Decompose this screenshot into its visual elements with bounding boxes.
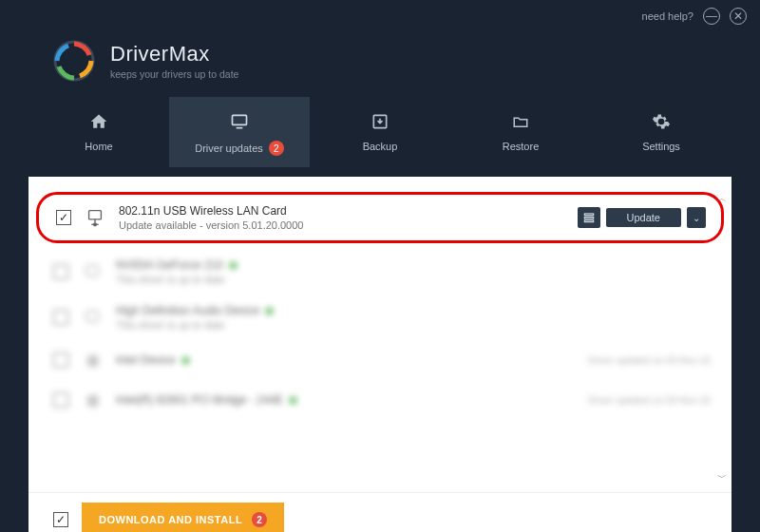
driver-name: High Definition Audio Device <box>116 304 259 317</box>
button-label: DOWNLOAD AND INSTALL <box>99 514 242 525</box>
nav-tabs: Home Driver updates 2 Backup Restore Set… <box>0 97 760 167</box>
app-title: DriverMax <box>110 42 238 66</box>
checkbox[interactable] <box>53 392 68 408</box>
monitor-icon <box>228 110 251 133</box>
svg-rect-8 <box>584 214 593 216</box>
tab-home[interactable]: Home <box>28 97 169 167</box>
tab-label: Settings <box>642 141 680 152</box>
update-dropdown[interactable]: ⌄ <box>687 207 706 228</box>
driver-name: 802.11n USB Wireless LAN Card <box>119 204 564 218</box>
checkbox[interactable] <box>56 210 71 225</box>
updates-badge: 2 <box>269 141 284 156</box>
folder-icon <box>509 110 532 133</box>
tab-settings[interactable]: Settings <box>591 97 732 167</box>
network-card-icon <box>85 207 105 228</box>
tab-restore[interactable]: Restore <box>450 97 591 167</box>
checkbox[interactable] <box>53 352 68 368</box>
status-dot-ok <box>289 396 297 405</box>
driver-row-featured: 802.11n USB Wireless LAN Card Update ava… <box>36 192 724 243</box>
gear-icon <box>650 110 673 133</box>
driver-status: This driver is up to date <box>116 274 711 285</box>
download-install-button[interactable]: DOWNLOAD AND INSTALL 2 <box>82 503 284 532</box>
svg-rect-9 <box>584 217 593 218</box>
driver-name: Intel(R) 82801 PCI Bridge - 244E <box>116 393 283 407</box>
title-bar: need help? — ✕ <box>0 0 760 32</box>
app-tagline: keeps your drivers up to date <box>110 68 238 80</box>
windows-icon: ⊞ <box>82 390 103 410</box>
select-all-checkbox[interactable] <box>53 512 68 527</box>
backup-icon <box>369 110 391 133</box>
svg-point-7 <box>94 223 97 226</box>
tab-label: Home <box>85 141 112 152</box>
footer-bar: DOWNLOAD AND INSTALL 2 <box>28 492 732 532</box>
svg-rect-4 <box>89 211 102 219</box>
app-logo <box>51 38 97 84</box>
driver-name: NVIDIA GeForce 210 <box>116 258 223 272</box>
status-dot-ok <box>181 356 190 365</box>
driver-date: Driver updated on 03-Nov-16 <box>588 395 711 406</box>
status-dot-ok <box>265 307 274 315</box>
tab-driver-updates[interactable]: Driver updates 2 <box>169 97 310 167</box>
driver-status: Update available - version 5.01.20.0000 <box>119 219 564 231</box>
minimize-button[interactable]: — <box>703 8 720 25</box>
svg-rect-10 <box>584 220 593 222</box>
driver-row: 🖵 High Definition Audio Device This driv… <box>28 294 732 340</box>
tab-label: Restore <box>503 141 540 152</box>
checkbox[interactable] <box>53 264 68 279</box>
tab-label: Backup <box>363 141 398 152</box>
driver-row: ⊞ Intel Device Driver updated on 03-Nov-… <box>28 340 732 380</box>
tab-backup[interactable]: Backup <box>310 97 450 167</box>
download-count-badge: 2 <box>252 512 267 527</box>
driver-status: This driver is up to date <box>116 319 711 331</box>
driver-date: Driver updated on 03-Nov-16 <box>588 355 711 366</box>
scroll-up-icon[interactable]: ︿ <box>716 192 728 203</box>
windows-icon: ⊞ <box>82 350 103 370</box>
driver-row: 🖵 NVIDIA GeForce 210 This driver is up t… <box>28 249 732 294</box>
details-button[interactable] <box>578 207 600 228</box>
help-link[interactable]: need help? <box>642 10 694 22</box>
status-dot-ok <box>229 261 238 270</box>
scroll-down-icon[interactable]: ﹀ <box>716 471 728 483</box>
content-panel: ︿ ﹀ 802.11n USB Wireless LAN Card Update… <box>28 177 732 492</box>
audio-icon: 🖵 <box>82 307 103 328</box>
brand-header: DriverMax keeps your drivers up to date <box>0 32 760 97</box>
update-button[interactable]: Update <box>606 208 681 227</box>
svg-rect-1 <box>233 115 247 124</box>
checkbox[interactable] <box>53 310 68 325</box>
driver-name: Intel Device <box>116 353 176 367</box>
driver-row: ⊞ Intel(R) 82801 PCI Bridge - 244E Drive… <box>28 380 732 420</box>
tab-label: Driver updates <box>195 142 263 154</box>
close-button[interactable]: ✕ <box>730 8 747 25</box>
monitor-icon: 🖵 <box>82 261 103 282</box>
home-icon <box>87 110 110 133</box>
